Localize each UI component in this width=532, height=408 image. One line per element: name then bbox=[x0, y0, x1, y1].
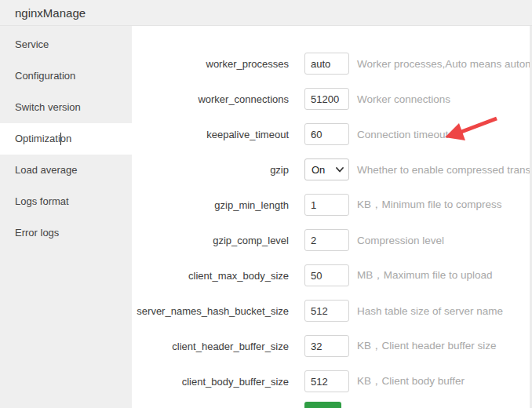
field-label: client_body_buffer_size bbox=[132, 376, 289, 388]
gzip-select-value: On bbox=[312, 164, 325, 176]
optimization-form: worker_processes Worker processes,Auto m… bbox=[132, 26, 532, 408]
chevron-down-icon bbox=[336, 167, 344, 173]
form-row-client-max-body-size: client_max_body_size MB，Maximum file to … bbox=[132, 264, 532, 286]
field-hint: Worker processes,Auto means automat bbox=[357, 58, 532, 70]
worker-processes-input[interactable] bbox=[304, 53, 349, 75]
form-row-worker-connections: worker_connections Worker connections bbox=[132, 88, 532, 110]
form-row-worker-processes: worker_processes Worker processes,Auto m… bbox=[132, 53, 532, 75]
field-label: gzip_comp_level bbox=[132, 235, 289, 246]
keepalive-timeout-input[interactable] bbox=[304, 123, 349, 145]
sidebar-item-configuration[interactable]: Configuration bbox=[0, 60, 132, 92]
field-label: server_names_hash_bucket_size bbox=[132, 305, 289, 317]
sidebar-item-optimization[interactable]: Optimization bbox=[0, 123, 132, 155]
field-label: client_header_buffer_size bbox=[132, 341, 289, 352]
field-label: gzip bbox=[132, 164, 289, 176]
field-hint: Whether to enable compressed transm bbox=[357, 164, 532, 176]
sidebar-item-logs-format[interactable]: Logs format bbox=[0, 186, 132, 217]
save-button[interactable] bbox=[304, 402, 341, 408]
field-label: client_max_body_size bbox=[132, 270, 289, 282]
field-hint: KB，Client body buffer bbox=[357, 374, 465, 388]
sidebar-item-switch-version[interactable]: Switch version bbox=[0, 92, 132, 123]
form-row-keepalive-timeout: keepalive_timeout Connection timeout bbox=[132, 123, 532, 145]
form-row-gzip-min-length: gzip_min_length KB，Minimum file to compr… bbox=[132, 194, 532, 216]
field-label: worker_connections bbox=[132, 93, 289, 105]
form-row-server-names-hash-bucket-size: server_names_hash_bucket_size Hash table… bbox=[132, 300, 532, 322]
client-header-buffer-size-input[interactable] bbox=[304, 335, 349, 357]
server-names-hash-bucket-size-input[interactable] bbox=[304, 300, 349, 322]
field-label: gzip_min_length bbox=[132, 199, 289, 211]
sidebar: Service Configuration Switch version Opt… bbox=[0, 26, 132, 408]
gzip-min-length-input[interactable] bbox=[304, 194, 349, 216]
field-label: worker_processes bbox=[132, 58, 289, 70]
field-hint: Hash table size of server name bbox=[357, 305, 503, 317]
client-body-buffer-size-input[interactable] bbox=[304, 370, 349, 392]
field-hint: KB，Minimum file to compress bbox=[357, 198, 502, 212]
sidebar-item-service[interactable]: Service bbox=[0, 29, 132, 60]
form-row-client-header-buffer-size: client_header_buffer_size KB，Client head… bbox=[132, 335, 532, 357]
field-hint: Connection timeout bbox=[357, 129, 448, 140]
client-max-body-size-input[interactable] bbox=[304, 264, 349, 286]
form-row-gzip-comp-level: gzip_comp_level Compression level bbox=[132, 229, 532, 251]
gzip-select[interactable]: On bbox=[304, 158, 349, 180]
sidebar-item-label: Optimization bbox=[15, 133, 71, 144]
sidebar-item-error-logs[interactable]: Error logs bbox=[0, 217, 132, 249]
field-hint: MB，Maximum file to upload bbox=[357, 268, 493, 282]
form-row-gzip: gzip On Whether to enable compressed tra… bbox=[132, 158, 532, 180]
gzip-comp-level-input[interactable] bbox=[304, 229, 349, 251]
sidebar-item-load-average[interactable]: Load average bbox=[0, 155, 132, 186]
form-row-client-body-buffer-size: client_body_buffer_size KB，Client body b… bbox=[132, 370, 532, 392]
app-header: nginxManage bbox=[0, 0, 532, 26]
text-cursor bbox=[60, 133, 61, 145]
field-hint: Worker connections bbox=[357, 93, 450, 105]
field-hint: Compression level bbox=[357, 235, 444, 246]
field-label: keepalive_timeout bbox=[132, 129, 289, 140]
field-hint: KB，Client header buffer size bbox=[357, 339, 497, 353]
app-title: nginxManage bbox=[0, 6, 86, 20]
worker-connections-input[interactable] bbox=[304, 88, 349, 110]
